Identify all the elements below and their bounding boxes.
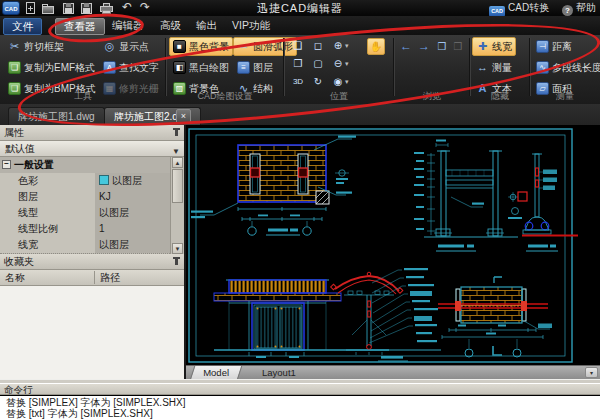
- layout-tab-strip: Model Layout1 ▾: [186, 365, 600, 379]
- line-width-icon: ✚: [476, 40, 489, 53]
- ribbon-group-hide: ✚线宽 ↔测量 A文本 隐藏: [471, 35, 529, 104]
- black-background-button[interactable]: ■黑色背景: [169, 37, 233, 56]
- measure-hide-icon: ↔: [476, 61, 489, 74]
- tab-layout1[interactable]: Layout1: [252, 366, 306, 379]
- ribbon-toolbar: ✂剪切框架 ❏复制为EMF格式 ❏复制为BMP格式 ◎显示点 A查找文字 ▦修剪…: [0, 35, 600, 105]
- distance-button[interactable]: ⊣距离: [532, 37, 600, 56]
- annotation-text-column: [404, 268, 438, 342]
- command-line-output[interactable]: 替换 [SIMPLEX] 字体为 [SIMPLEX.SHX] 替换 [txt] …: [0, 396, 600, 419]
- previous-view-icon[interactable]: ❒: [434, 39, 450, 54]
- property-row-linetype-scale[interactable]: 线型比例 1: [0, 221, 172, 238]
- bw-drawing-button[interactable]: ◧黑白绘图: [169, 58, 233, 77]
- zoom-out-icon[interactable]: ⊖: [330, 56, 346, 71]
- property-row-color[interactable]: 色彩 以图层: [0, 173, 172, 190]
- group-label-measure: 测量: [531, 90, 599, 103]
- render-mode-icon[interactable]: ◉: [330, 74, 346, 89]
- property-row-lineweight[interactable]: 线宽 以图层: [0, 237, 172, 254]
- menu-tab-output[interactable]: 输出: [188, 18, 225, 33]
- figure-brick-plan: [191, 136, 356, 236]
- zoom-in-caret-icon[interactable]: ▾: [345, 42, 349, 50]
- close-tab-icon[interactable]: ×: [176, 109, 191, 124]
- menu-tab-viewer[interactable]: 查看器: [55, 18, 105, 35]
- left-panel: 属性 默认值▼ −一般设置 色彩 以图层 图层 KJ 线型 以图层 线型比例 1…: [0, 125, 186, 379]
- cut-frame-button[interactable]: ✂剪切框架: [4, 37, 100, 56]
- menu-tab-vip[interactable]: VIP功能: [224, 18, 278, 33]
- black-background-icon: ■: [173, 40, 186, 53]
- measure-hide-button[interactable]: ↔测量: [472, 58, 516, 77]
- ribbon-group-position: ❑ ◻ ⊕ ▾ ✋ ❐ ▢ ⊖ ▾ 3D ↻ ◉ ▾ 位置: [285, 35, 393, 104]
- figure-brick-detail: [438, 277, 552, 357]
- next-view-icon: ❒: [450, 39, 466, 54]
- favorites-panel: 收藏夹 名称 路径: [0, 254, 184, 379]
- zoom-window-icon[interactable]: ◻: [310, 38, 326, 53]
- ribbon-group-tools: ✂剪切框架 ❏复制为EMF格式 ❏复制为BMP格式 ◎显示点 A查找文字 ▦修剪…: [2, 35, 164, 104]
- menu-tab-editor[interactable]: 编辑器: [104, 18, 152, 33]
- find-text-icon: A: [103, 61, 116, 74]
- cad-drawing: [186, 125, 600, 365]
- scroll-down-icon[interactable]: ▼: [172, 243, 183, 254]
- back-arrow-icon[interactable]: ←: [398, 39, 414, 54]
- group-label-hide: 隐藏: [471, 90, 529, 103]
- group-label-position: 位置: [285, 90, 393, 103]
- distance-icon: ⊣: [536, 40, 549, 53]
- group-label-browse: 浏览: [395, 90, 469, 103]
- titlebar: CAD ↶ ↷ 迅捷CAD编辑器 CADCAD转换 ?帮助: [0, 0, 600, 16]
- view-3d-icon[interactable]: 3D: [290, 74, 306, 89]
- render-mode-caret-icon[interactable]: ▾: [345, 78, 349, 86]
- zoom-in-icon[interactable]: ⊕: [330, 38, 346, 53]
- menu-tab-file[interactable]: 文件: [3, 18, 42, 35]
- copy-view-icon[interactable]: ❐: [290, 56, 306, 71]
- refresh-view-icon[interactable]: ↻: [310, 74, 326, 89]
- pan-hand-icon[interactable]: ✋: [367, 38, 385, 55]
- group-label-tools: 工具: [2, 90, 164, 103]
- zoom-extents-icon[interactable]: ▢: [310, 56, 326, 71]
- zoom-out-caret-icon[interactable]: ▾: [345, 60, 349, 68]
- pin-icon[interactable]: [175, 129, 178, 136]
- perspective-view-icon[interactable]: ❑: [290, 38, 306, 53]
- menu-tab-advanced[interactable]: 高级: [152, 18, 189, 33]
- favorites-list[interactable]: [0, 286, 184, 379]
- column-path[interactable]: 路径: [100, 270, 120, 285]
- scroll-thumb[interactable]: [172, 169, 183, 203]
- bw-drawing-icon: ◧: [173, 61, 186, 74]
- layers-icon: ≡: [237, 61, 250, 74]
- group-label-draw-settings: CAD绘图设置: [167, 90, 283, 103]
- properties-grid: −一般设置 色彩 以图层 图层 KJ 线型 以图层 线型比例 1 线宽 以图层: [0, 157, 184, 254]
- copy-emf-button[interactable]: ❏复制为EMF格式: [4, 58, 100, 77]
- doc-tab-1[interactable]: 牌坊施工图1.dwg: [8, 107, 105, 125]
- favorites-column-headers: 名称 路径: [0, 270, 184, 286]
- polyline-length-icon: ∿: [536, 61, 549, 74]
- polyline-length-button[interactable]: ∿多段线长度: [532, 58, 600, 77]
- property-row-linetype[interactable]: 线型 以图层: [0, 205, 172, 222]
- forward-arrow-icon[interactable]: →: [416, 39, 432, 54]
- tab-scroll-icon[interactable]: ▾: [585, 367, 598, 378]
- color-swatch: [99, 175, 109, 185]
- help-button[interactable]: ?帮助: [562, 1, 596, 16]
- show-points-button[interactable]: ◎显示点: [99, 37, 163, 56]
- tab-model[interactable]: Model: [190, 366, 242, 380]
- menu-bar: 文件 查看器 编辑器 高级 输出 VIP功能: [0, 16, 600, 35]
- pin-icon[interactable]: [175, 258, 178, 265]
- app-window: CAD ↶ ↷ 迅捷CAD编辑器 CADCAD转换 ?帮助 文件 查看器 编辑器…: [0, 0, 600, 419]
- ribbon-group-browse: ← → ❒ ❒ 浏览: [395, 35, 469, 104]
- collapse-icon[interactable]: −: [2, 160, 11, 169]
- column-name[interactable]: 名称: [5, 270, 25, 285]
- cad-convert-button[interactable]: CADCAD转换: [489, 1, 549, 17]
- cut-frame-icon: ✂: [8, 40, 21, 53]
- figure-elevation: [414, 140, 578, 252]
- figure-roof-detail: [331, 270, 441, 361]
- figure-gate: [214, 280, 389, 358]
- property-group-row[interactable]: −一般设置: [0, 157, 172, 173]
- drawing-canvas[interactable]: [186, 125, 600, 365]
- help-icon: ?: [562, 5, 573, 16]
- property-row-layer[interactable]: 图层 KJ: [0, 189, 172, 206]
- line-width-button[interactable]: ✚线宽: [472, 37, 516, 56]
- find-text-button[interactable]: A查找文字: [99, 58, 163, 77]
- scroll-up-icon[interactable]: ▲: [172, 157, 183, 168]
- preset-dropdown[interactable]: 默认值▼: [0, 141, 184, 157]
- properties-scrollbar[interactable]: ▲ ▼: [170, 157, 184, 254]
- command-line-1: 替换 [SIMPLEX] 字体为 [SIMPLEX.SHX]: [6, 397, 600, 408]
- ribbon-group-draw-settings: ■黑色背景 ◧黑白绘图 ▨背景色 ⌢圆滑弧形 ≡图层 ∿结构 CAD绘图设置: [167, 35, 283, 104]
- document-tab-bar: 牌坊施工图1.dwg 牌坊施工图2.dwg ×: [0, 104, 600, 125]
- copy-emf-icon: ❏: [8, 61, 21, 74]
